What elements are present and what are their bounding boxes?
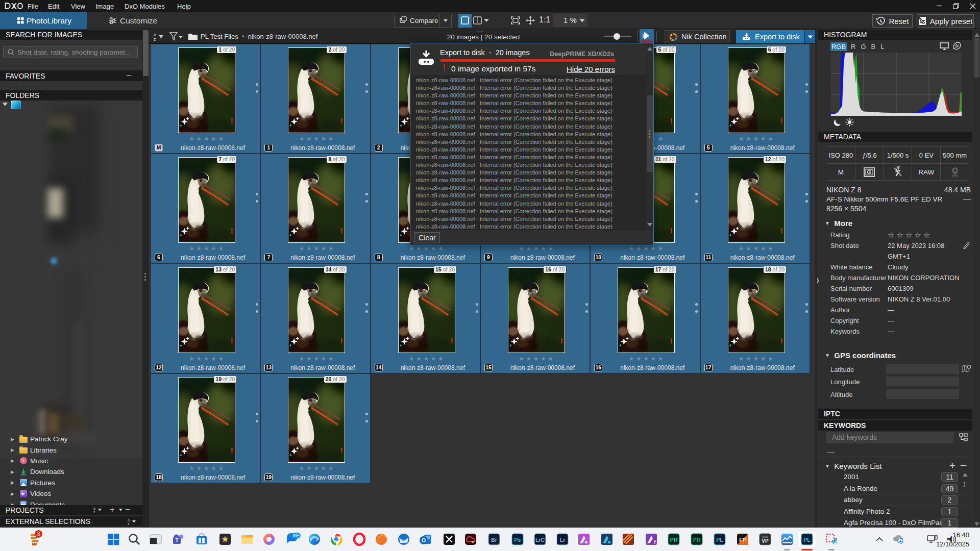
svg-text:O: O: [422, 537, 426, 543]
svg-text:Compare: Compare: [410, 17, 438, 24]
svg-text:PR: PR: [670, 537, 678, 543]
svg-text:T: T: [175, 538, 178, 543]
svg-text:PL: PL: [716, 537, 723, 543]
svg-text:PL: PL: [803, 537, 811, 543]
svg-text:z: z: [154, 37, 156, 41]
svg-text:Lr: Lr: [560, 537, 566, 543]
svg-text:VP: VP: [762, 538, 769, 544]
svg-text:99+: 99+: [293, 533, 300, 538]
svg-text:Ps: Ps: [514, 537, 521, 543]
svg-text:a: a: [128, 518, 130, 522]
svg-text:FP: FP: [739, 537, 746, 543]
svg-text:a: a: [93, 507, 95, 510]
svg-text:z: z: [93, 510, 95, 513]
svg-text:LrC: LrC: [535, 537, 545, 543]
svg-text:PR: PR: [693, 537, 701, 543]
svg-text:z: z: [128, 522, 130, 525]
svg-text:Br: Br: [491, 537, 497, 543]
svg-text:β: β: [654, 539, 656, 544]
